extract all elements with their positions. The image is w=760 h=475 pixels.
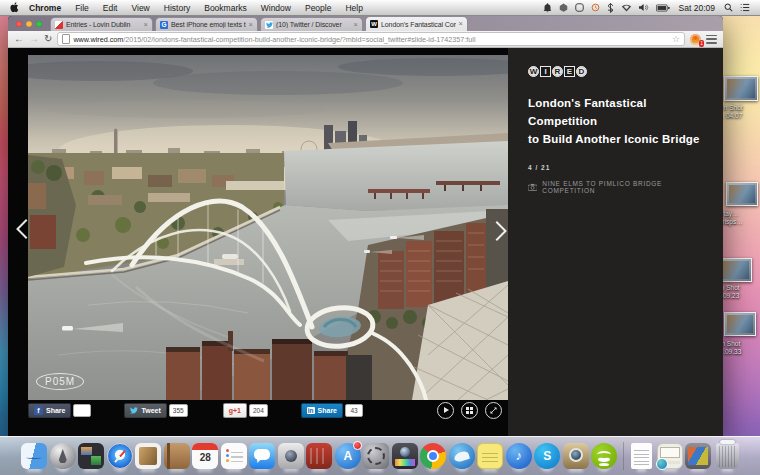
tab-close-icon[interactable]: × — [354, 21, 358, 29]
dock-icon-contacts[interactable] — [164, 443, 190, 469]
apple-menu-icon[interactable] — [8, 2, 22, 13]
squircle-app-icon[interactable] — [575, 3, 584, 12]
dock-icon-finder[interactable] — [21, 443, 47, 469]
tab-lovin-dublin[interactable]: Entries - Lovin Dublin × — [50, 17, 153, 31]
linkedin-share-button[interactable]: Share — [301, 403, 343, 418]
lovin-dublin-favicon — [55, 21, 63, 29]
browser-window: Entries - Lovin Dublin × Best iPhone emo… — [8, 16, 723, 437]
menu-item-view[interactable]: View — [124, 3, 156, 13]
menu-item-bookmarks[interactable]: Bookmarks — [197, 3, 254, 13]
notification-center-icon[interactable] — [740, 3, 750, 12]
dock-icon-camera-app[interactable] — [278, 443, 304, 469]
share-bar: Share Tweet 355 g+1 204 Share 43 — [28, 401, 508, 419]
linkedin-share-count: 43 — [345, 404, 363, 417]
url-path: /2015/02/londons-fantastical-competition… — [123, 35, 475, 44]
dock-icon-photo-booth[interactable] — [392, 443, 418, 469]
tab-twitter[interactable]: (10) Twitter / Discover × — [260, 17, 363, 31]
dock-icon-screenshots-app[interactable] — [78, 443, 104, 469]
extension-icon[interactable]: 1 — [690, 34, 701, 45]
dock-icon-system-preferences[interactable] — [363, 443, 389, 469]
menu-item-history[interactable]: History — [157, 3, 197, 13]
bell-icon[interactable] — [543, 3, 552, 13]
dock-icon-spotify[interactable] — [591, 443, 617, 469]
desktop-thumbnail[interactable] — [724, 312, 756, 336]
zoom-window-button[interactable] — [36, 21, 42, 27]
linkedin-share-group: Share 43 — [301, 403, 363, 418]
dock-icon-stickies[interactable] — [477, 443, 503, 469]
dock-icon-thunderbird[interactable] — [449, 443, 475, 469]
timer-app-icon[interactable] — [591, 3, 600, 12]
page-content: P05M Share Tweet 355 g+1 204 Share 43 — [8, 48, 723, 437]
tab-title: Best iPhone emoji texts t — [171, 21, 246, 28]
menu-item-window[interactable]: Window — [254, 3, 298, 13]
dock-icon-iphoto[interactable] — [563, 443, 589, 469]
tab-title: London's Fantastical Comp — [381, 21, 456, 28]
dock: 28 — [0, 436, 760, 475]
dock-icon-preview[interactable] — [135, 443, 161, 469]
dock-icon-safari[interactable] — [107, 443, 133, 469]
desktop-thumbnail[interactable] — [726, 182, 758, 206]
desktop-thumbnail[interactable] — [724, 76, 758, 101]
tab-wired-active[interactable]: London's Fantastical Comp × — [365, 16, 468, 31]
desktop-thumbnail[interactable] — [720, 258, 752, 282]
dock-icon-downloads-stack[interactable] — [685, 443, 711, 469]
calendar-day-number: 28 — [192, 452, 218, 463]
menu-item-edit[interactable]: Edit — [96, 3, 125, 13]
dock-icon-document[interactable] — [631, 443, 652, 469]
status-icons: Sat 20:09 — [543, 3, 750, 13]
wifi-icon[interactable] — [621, 3, 632, 12]
dock-icon-reminders[interactable] — [221, 443, 247, 469]
minimize-window-button[interactable] — [26, 21, 32, 27]
fullscreen-button[interactable] — [485, 402, 502, 419]
dock-icon-chrome[interactable] — [420, 443, 446, 469]
dock-icon-calendar[interactable]: 28 — [192, 443, 218, 469]
browser-toolbar: ← → ↻ www.wired.com/2015/02/londons-fant… — [8, 31, 723, 48]
menu-item-people[interactable]: People — [298, 3, 338, 13]
close-window-button[interactable] — [16, 21, 22, 27]
menu-item-help[interactable]: Help — [338, 3, 369, 13]
wired-logo[interactable]: W I R E D — [528, 66, 705, 77]
forward-button[interactable]: → — [29, 34, 39, 44]
tab-close-icon[interactable]: × — [249, 21, 253, 29]
address-bar[interactable]: www.wired.com/2015/02/londons-fantastica… — [57, 32, 685, 46]
gallery-title: London's Fantastical Competition to Buil… — [528, 95, 705, 148]
tab-close-icon[interactable]: × — [459, 20, 463, 28]
slide-index: 4 / 21 — [528, 164, 705, 171]
play-slideshow-button[interactable] — [437, 402, 454, 419]
menu-extra-app-icon[interactable] — [559, 3, 568, 12]
menu-clock[interactable]: Sat 20:09 — [677, 3, 717, 13]
dock-icon-skype[interactable] — [534, 443, 560, 469]
dock-icon-trash[interactable] — [716, 443, 739, 469]
dock-icon-app-store[interactable] — [335, 443, 361, 469]
battery-icon[interactable] — [656, 4, 670, 12]
photo-watermark: P05M — [36, 373, 84, 390]
bookmark-star-icon[interactable]: ☆ — [672, 34, 680, 44]
wired-logo-letter: R — [552, 66, 563, 77]
dock-icon-launchpad[interactable] — [50, 443, 76, 469]
bluetooth-icon[interactable] — [607, 3, 614, 13]
back-button[interactable]: ← — [14, 34, 24, 44]
tab-close-icon[interactable]: × — [144, 21, 148, 29]
dock-icon-red-app[interactable] — [306, 443, 332, 469]
dock-icon-mail-stack[interactable] — [657, 443, 683, 469]
dock-icon-messages[interactable] — [249, 443, 275, 469]
grid-view-button[interactable] — [461, 402, 478, 419]
tweet-button[interactable]: Tweet — [124, 403, 166, 418]
google-favicon — [160, 21, 168, 29]
reload-button[interactable]: ↻ — [44, 34, 52, 44]
slide-caption-row: NINE ELMS TO PIMLICO BRIDGE COMPETITION — [528, 180, 705, 194]
menu-item-file[interactable]: File — [68, 3, 96, 13]
bridge-photo[interactable]: P05M — [28, 55, 508, 400]
volume-icon[interactable] — [639, 3, 649, 12]
facebook-share-label: Share — [46, 407, 65, 414]
spotlight-icon[interactable] — [724, 3, 733, 12]
facebook-share-button[interactable]: Share — [28, 403, 71, 418]
page-icon — [62, 34, 70, 44]
wired-logo-letter: D — [576, 66, 587, 77]
chrome-menu-icon[interactable] — [706, 35, 717, 44]
dock-icon-itunes[interactable] — [506, 443, 532, 469]
tab-emoji-texts[interactable]: Best iPhone emoji texts t × — [155, 17, 258, 31]
url-text[interactable]: www.wired.com/2015/02/londons-fantastica… — [73, 35, 475, 44]
menu-item-chrome[interactable]: Chrome — [22, 3, 68, 13]
google-plus-one-button[interactable]: g+1 — [223, 403, 247, 418]
